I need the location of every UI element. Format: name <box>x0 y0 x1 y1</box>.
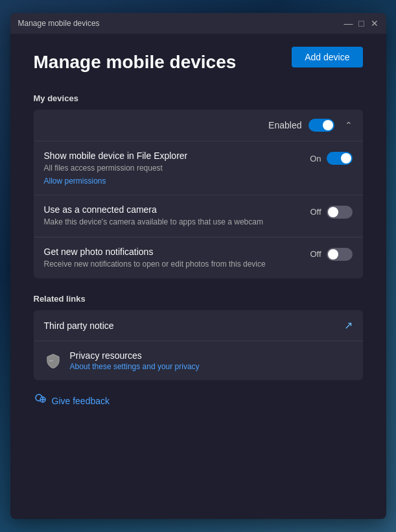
photo-notifications-desc: Receive new notifications to open or edi… <box>44 259 300 270</box>
window-title: Manage mobile devices <box>18 19 100 28</box>
photo-notifications-left: Get new photo notifications Receive new … <box>44 247 310 270</box>
title-bar: Manage mobile devices — □ ✕ <box>10 13 386 34</box>
related-links-label: Related links <box>34 294 363 304</box>
enabled-label: Enabled <box>268 120 301 130</box>
photo-notifications-toggle-knob <box>328 249 338 260</box>
camera-left: Use as a connected camera Make this devi… <box>44 204 310 228</box>
privacy-resources-title: Privacy resources <box>70 350 200 361</box>
camera-toggle-knob <box>328 207 338 217</box>
photo-notifications-title: Get new photo notifications <box>44 247 300 257</box>
photo-notifications-toggle-label: Off <box>310 249 321 259</box>
file-explorer-row: Show mobile device in File Explorer All … <box>34 141 363 195</box>
photo-notifications-row: Get new photo notifications Receive new … <box>34 237 363 279</box>
window: Manage mobile devices — □ ✕ Add device M… <box>10 13 386 519</box>
camera-desc: Make this device's camera available to a… <box>44 217 300 228</box>
file-explorer-toggle[interactable] <box>327 152 353 165</box>
maximize-button[interactable]: □ <box>358 19 366 27</box>
allow-permissions-link[interactable]: Allow permissions <box>44 176 300 186</box>
content-area: Add device Manage mobile devices My devi… <box>10 34 386 519</box>
related-panel: Third party notice ↗ Privacy resourc <box>34 310 363 380</box>
enabled-toggle[interactable] <box>309 119 334 132</box>
device-enabled-header: Enabled ⌃ <box>34 110 363 141</box>
add-device-button[interactable]: Add device <box>292 47 362 67</box>
third-party-notice-left: Third party notice <box>44 320 114 331</box>
device-panel: Enabled ⌃ Show mobile device in File Exp… <box>34 110 363 278</box>
camera-toggle[interactable] <box>327 206 353 219</box>
file-explorer-left: Show mobile device in File Explorer All … <box>44 151 310 186</box>
third-party-notice-row[interactable]: Third party notice ↗ <box>34 310 363 341</box>
close-button[interactable]: ✕ <box>371 19 379 27</box>
enabled-toggle-knob <box>323 120 333 130</box>
give-feedback-label: Give feedback <box>52 396 110 406</box>
file-explorer-title: Show mobile device in File Explorer <box>44 151 300 161</box>
photo-notifications-right: Off <box>310 247 352 261</box>
photo-notifications-toggle[interactable] <box>327 248 353 261</box>
title-bar-controls: — □ ✕ <box>345 19 379 27</box>
collapse-chevron-icon[interactable]: ⌃ <box>345 120 353 130</box>
camera-toggle-label: Off <box>310 207 321 217</box>
file-explorer-toggle-knob <box>341 153 351 163</box>
privacy-resources-left: Privacy resources About these settings a… <box>44 350 200 371</box>
privacy-resources-subtext: About these settings and your privacy <box>70 362 200 371</box>
my-devices-label: My devices <box>34 93 363 103</box>
give-feedback-row[interactable]: Give feedback <box>34 393 363 408</box>
feedback-icon <box>34 393 47 408</box>
file-explorer-toggle-label: On <box>310 154 321 163</box>
external-link-icon: ↗ <box>344 319 353 332</box>
shield-icon <box>44 352 62 370</box>
camera-row: Use as a connected camera Make this devi… <box>34 195 363 237</box>
camera-right: Off <box>310 204 352 219</box>
minimize-button[interactable]: — <box>345 19 353 27</box>
file-explorer-desc: All files access permission request <box>44 163 300 174</box>
file-explorer-right: On <box>310 151 352 165</box>
privacy-resources-text-block: Privacy resources About these settings a… <box>70 350 200 371</box>
third-party-notice-text: Third party notice <box>44 320 114 331</box>
privacy-resources-row[interactable]: Privacy resources About these settings a… <box>34 341 363 380</box>
header-row: Add device Manage mobile devices <box>34 52 363 88</box>
camera-title: Use as a connected camera <box>44 204 300 215</box>
